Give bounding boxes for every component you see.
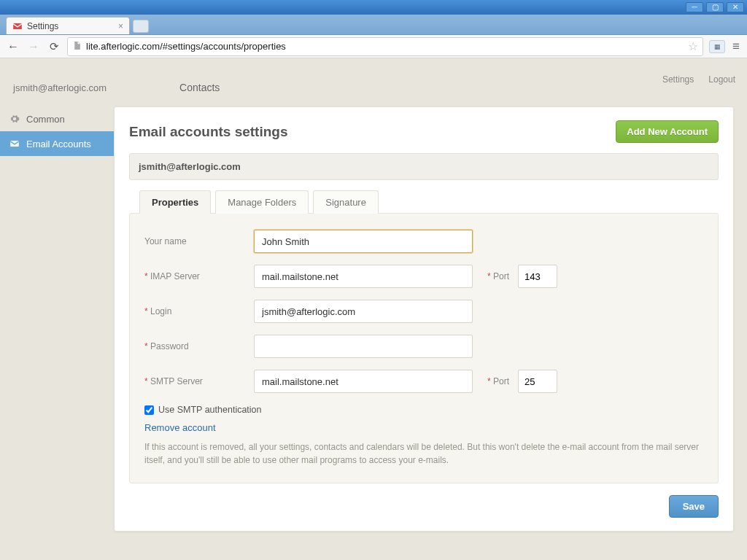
extension-icon[interactable]: ▦ [709, 40, 725, 53]
reload-button[interactable]: ⟳ [47, 39, 61, 54]
smtp-port-input[interactable] [518, 370, 557, 393]
sidebar-item-common[interactable]: Common [0, 106, 114, 131]
envelope-icon [9, 138, 20, 149]
app-root: Settings Logout jsmith@afterlogic.com Co… [0, 70, 747, 560]
login-input[interactable] [254, 300, 473, 323]
browser-tabstrip: Settings × [0, 15, 747, 35]
imap-server-input[interactable] [254, 265, 473, 288]
your-name-label: Your name [144, 236, 254, 246]
new-tab-button[interactable] [133, 20, 149, 33]
app-topbar: Settings Logout [662, 74, 735, 85]
sidebar-item-label: Email Accounts [26, 139, 91, 149]
window-titlebar: ─ ▢ ✕ [0, 0, 747, 15]
password-label: Password [144, 341, 254, 351]
gear-icon [9, 113, 20, 125]
header-account-email[interactable]: jsmith@afterlogic.com [13, 82, 107, 93]
sidebar-item-email-accounts[interactable]: Email Accounts [0, 131, 114, 156]
browser-tab[interactable]: Settings × [6, 17, 130, 34]
properties-form: Your name IMAP Server Port Login Passwor… [129, 213, 719, 483]
mail-icon [12, 21, 23, 31]
smtp-port-label: Port [487, 376, 518, 386]
settings-panel: Email accounts settings Add New Account … [114, 106, 734, 532]
window-minimize-button[interactable]: ─ [686, 2, 703, 12]
smtp-server-label: SMTP Server [144, 376, 254, 386]
app-header: jsmith@afterlogic.com Contacts [0, 70, 747, 105]
imap-port-input[interactable] [518, 265, 557, 288]
remove-account-link[interactable]: Remove account [144, 422, 216, 433]
address-bar[interactable]: lite.afterlogic.com/#settings/accounts/p… [67, 37, 703, 56]
settings-sidebar: Common Email Accounts [0, 106, 114, 532]
forward-button[interactable]: → [26, 39, 41, 54]
smtp-auth-checkbox[interactable] [144, 405, 154, 415]
page-icon [72, 41, 82, 52]
browser-menu-button[interactable]: ≡ [731, 39, 741, 54]
back-button[interactable]: ← [6, 39, 20, 54]
tab-signature[interactable]: Signature [313, 190, 379, 214]
remove-account-note: If this account is removed, all your set… [144, 440, 703, 467]
tab-title: Settings [27, 21, 58, 31]
save-button[interactable]: Save [669, 495, 719, 518]
window-close-button[interactable]: ✕ [727, 2, 744, 12]
window-maximize-button[interactable]: ▢ [706, 2, 724, 12]
login-label: Login [144, 306, 254, 316]
imap-port-label: Port [487, 271, 518, 281]
smtp-auth-label: Use SMTP authentication [158, 405, 262, 415]
settings-link[interactable]: Settings [662, 74, 694, 85]
account-tabs: Properties Manage Folders Signature [139, 190, 719, 214]
password-input[interactable] [254, 335, 473, 358]
bookmark-star-icon[interactable]: ☆ [688, 39, 698, 53]
logout-link[interactable]: Logout [708, 74, 735, 85]
smtp-server-input[interactable] [254, 370, 473, 393]
url-text: lite.afterlogic.com/#settings/accounts/p… [86, 41, 684, 52]
add-new-account-button[interactable]: Add New Account [616, 120, 719, 143]
tab-properties[interactable]: Properties [139, 190, 211, 214]
imap-server-label: IMAP Server [144, 271, 254, 281]
page-title: Email accounts settings [129, 124, 288, 140]
account-bar[interactable]: jsmith@afterlogic.com [129, 153, 719, 180]
browser-toolbar: ← → ⟳ lite.afterlogic.com/#settings/acco… [0, 35, 747, 58]
contacts-link[interactable]: Contacts [179, 82, 220, 93]
your-name-input[interactable] [254, 230, 473, 253]
sidebar-item-label: Common [26, 114, 65, 125]
tab-close-icon[interactable]: × [118, 21, 123, 31]
tab-manage-folders[interactable]: Manage Folders [215, 190, 309, 214]
